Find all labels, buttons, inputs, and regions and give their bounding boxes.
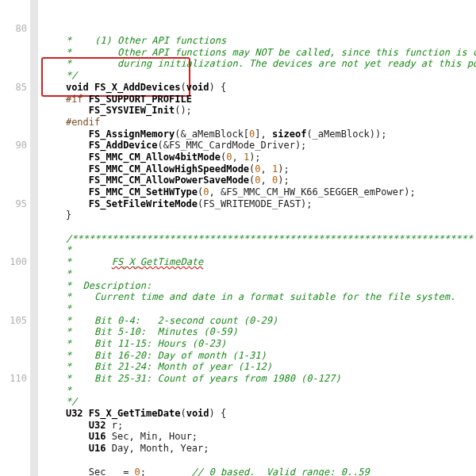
code-line[interactable]: * [43, 244, 476, 256]
code-token: FS_MMC_CM_AllowHighSpeedMode [89, 163, 249, 175]
line-number: 85 [0, 82, 27, 94]
code-token: (FS_WRITEMODE_FAST); [198, 198, 313, 209]
code-line[interactable]: * Description: [43, 280, 476, 292]
code-line[interactable]: * Bit 0-4: 2-second count (0-29) [43, 315, 476, 327]
line-number [0, 233, 27, 245]
code-line[interactable]: U16 Day, Month, Year; [43, 443, 476, 455]
code-token: (&_aMemBlock[ [175, 129, 249, 140]
code-token [83, 94, 89, 105]
code-line[interactable]: * [43, 385, 476, 397]
line-number [0, 244, 27, 256]
code-line[interactable]: U32 r; [43, 420, 476, 432]
line-number [0, 408, 27, 420]
line-number [0, 186, 27, 198]
code-line[interactable]: * Bit 16-20: Day of month (1-31) [43, 350, 476, 362]
line-number [0, 455, 27, 466]
code-token: ; [140, 466, 192, 476]
code-token: sizeof [272, 129, 306, 140]
code-token: FS_SUPPORT_PROFILE [89, 94, 192, 105]
code-line[interactable]: * [43, 303, 476, 315]
code-line[interactable]: U32 FS_X_GetTimeDate(void) { [43, 408, 476, 420]
code-token: FS_X_AddDevices [94, 82, 180, 93]
code-token: FS_AddDevice [89, 140, 158, 151]
line-number [0, 163, 27, 175]
code-line[interactable]: * Bit 11-15: Hours (0-23) [43, 338, 476, 350]
line-number [0, 175, 27, 186]
code-token: FS_MMC_CM_AllowPowerSaveMode [89, 175, 249, 186]
line-number: 90 [0, 140, 27, 152]
code-token: * Bit 21-24: Month of year (1-12) [66, 361, 272, 372]
code-line[interactable]: /***************************************… [43, 233, 476, 245]
line-number [0, 209, 27, 221]
code-line[interactable]: FS_MMC_CM_SetHWType(0, &FS_MMC_CM_HW_K66… [43, 186, 476, 198]
code-token: #endif [66, 117, 100, 128]
code-token: FS_MMC_CM_Allow4bitMode [89, 152, 221, 163]
code-line[interactable]: FS_MMC_CM_AllowHighSpeedMode(0, 1); [43, 163, 476, 175]
line-number: 80 [0, 23, 27, 35]
code-token: void [186, 82, 209, 93]
code-token: * [66, 244, 71, 255]
line-number [0, 350, 27, 362]
code-line[interactable]: * Current time and date in a format suit… [43, 291, 476, 303]
code-line[interactable]: * [43, 268, 476, 280]
code-line[interactable]: void FS_X_AddDevices(void) { [43, 82, 476, 94]
code-token: void [66, 82, 89, 93]
line-number [0, 443, 27, 455]
code-line[interactable]: * Bit 5-10: Minutes (0-59) [43, 326, 476, 338]
code-token: Day, Month, Year; [106, 443, 209, 454]
code-token: */ [66, 70, 77, 81]
line-number [0, 117, 27, 129]
code-area[interactable]: * (1) Other API functions * Other API fu… [38, 0, 476, 476]
code-token: FS_X_ [112, 256, 140, 267]
line-number [0, 35, 27, 47]
code-token: GetTimeDate [140, 256, 203, 267]
code-line[interactable]: FS_MMC_CM_AllowPowerSaveMode(0, 0); [43, 175, 476, 186]
code-token: ) { [209, 82, 227, 93]
code-line[interactable] [43, 455, 476, 466]
code-line[interactable]: U16 Sec, Min, Hour; [43, 431, 476, 443]
code-token: Sec, Min, Hour; [106, 431, 198, 442]
code-token: * Description: [66, 280, 152, 291]
code-line[interactable]: Sec = 0; // 0 based. Valid range: 0..59 [43, 466, 476, 476]
code-token: FS_AssignMemory [89, 129, 175, 140]
code-line[interactable]: } [43, 209, 476, 221]
code-token: U16 [89, 443, 106, 454]
code-token: FS_X_GetTimeDate [89, 408, 181, 419]
code-line[interactable]: * (1) Other API functions [43, 35, 476, 47]
line-number [0, 12, 27, 24]
fold-strip [30, 0, 38, 476]
code-line[interactable]: * FS_X_GetTimeDate [43, 256, 476, 268]
line-number [0, 291, 27, 303]
line-number [0, 396, 27, 408]
code-line[interactable]: #endif [43, 117, 476, 129]
code-token: 0 [255, 175, 260, 186]
code-line[interactable] [43, 221, 476, 233]
code-token: ) { [209, 408, 227, 419]
code-token: #if [66, 94, 83, 105]
code-line[interactable]: * Other API functions may NOT be called,… [43, 47, 476, 59]
line-number: 95 [0, 198, 27, 210]
code-line[interactable]: FS_SYSVIEW_Init(); [43, 105, 476, 117]
line-number [0, 338, 27, 350]
code-token [83, 408, 89, 419]
line-number [0, 420, 27, 432]
code-line[interactable]: FS_AddDevice(&FS_MMC_CardMode_Driver); [43, 140, 476, 152]
code-line[interactable]: * during initialization. The devices are… [43, 58, 476, 70]
code-token: ); [278, 175, 289, 186]
code-token: , [232, 152, 243, 163]
code-line[interactable]: * Bit 25-31: Count of years from 1980 (0… [43, 373, 476, 385]
line-number [0, 431, 27, 443]
code-line[interactable]: */ [43, 70, 476, 82]
code-line[interactable]: FS_MMC_CM_Allow4bitMode(0, 1); [43, 152, 476, 163]
code-token: (_aMemBlock)); [306, 129, 386, 140]
code-line[interactable]: */ [43, 396, 476, 408]
code-line[interactable]: FS_SetFileWriteMode(FS_WRITEMODE_FAST); [43, 198, 476, 210]
code-line[interactable]: * Bit 21-24: Month of year (1-12) [43, 361, 476, 373]
code-token: * [66, 256, 112, 267]
code-token: * [66, 268, 71, 279]
code-line[interactable]: FS_AssignMemory(&_aMemBlock[0], sizeof(_… [43, 129, 476, 140]
line-number: 110 [0, 373, 27, 385]
code-token: 0 [203, 186, 209, 198]
code-token: ); [249, 152, 260, 163]
code-line[interactable]: #if FS_SUPPORT_PROFILE [43, 94, 476, 106]
